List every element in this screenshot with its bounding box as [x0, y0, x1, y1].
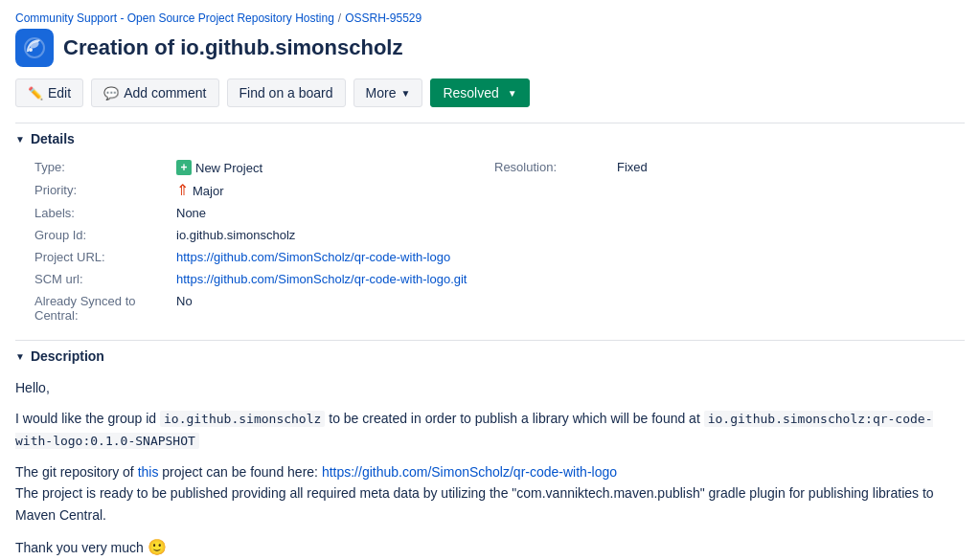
- empty-label-2: [475, 204, 609, 208]
- details-chevron-icon: ▼: [15, 134, 25, 145]
- chevron-down-icon: ▼: [400, 88, 410, 99]
- empty-label-5: [475, 270, 609, 274]
- type-label: Type:: [15, 158, 169, 176]
- empty-value-2: [609, 204, 965, 208]
- find-on-board-button[interactable]: Find on a board: [227, 78, 346, 107]
- scm-url-label: SCM url:: [15, 270, 169, 288]
- resolution-value: Fixed: [609, 158, 965, 176]
- description-chevron-icon: ▼: [15, 351, 25, 362]
- priority-value: ⇑ Major: [169, 181, 475, 200]
- scm-url-link[interactable]: https://github.com/SimonScholz/qr-code-w…: [176, 272, 467, 286]
- description-greeting: Hello,: [15, 377, 965, 398]
- comment-icon: 💬: [103, 86, 119, 101]
- synced-label: Already Synced toCentral:: [15, 292, 169, 325]
- group-id-label: Group Id:: [15, 226, 169, 244]
- empty-label-4: [475, 248, 609, 252]
- description-body: Hello, I would like the group id io.gith…: [15, 370, 965, 560]
- project-url-label: Project URL:: [15, 248, 169, 266]
- breadcrumb-issue-id[interactable]: OSSRH-95529: [345, 11, 422, 25]
- type-value: + New Project: [169, 158, 475, 177]
- project-url-value: https://github.com/SimonScholz/qr-code-w…: [169, 248, 475, 266]
- labels-label: Labels:: [15, 204, 169, 222]
- synced-value: No: [169, 292, 475, 310]
- description-this-link[interactable]: this: [138, 464, 159, 480]
- status-button[interactable]: Resolved ▼: [430, 78, 529, 107]
- project-url-link[interactable]: https://github.com/SimonScholz/qr-code-w…: [176, 250, 450, 264]
- priority-label: Priority:: [15, 181, 169, 199]
- breadcrumb: Community Support - Open Source Project …: [15, 11, 965, 25]
- empty-value-6: [609, 292, 965, 296]
- edit-button[interactable]: ✏️ Edit: [15, 78, 83, 107]
- status-dropdown-icon: ▼: [508, 88, 517, 99]
- details-section-header[interactable]: ▼ Details: [15, 123, 965, 152]
- empty-value-1: [609, 181, 965, 185]
- smile-emoji: 🙂: [148, 539, 167, 555]
- jira-logo-icon: [15, 29, 54, 67]
- details-section-title: Details: [31, 131, 75, 146]
- group-id-value: io.github.simonscholz: [169, 226, 475, 244]
- empty-label-3: [475, 226, 609, 230]
- description-para-2: The git repository of this project can b…: [15, 461, 965, 526]
- empty-value-4: [609, 248, 965, 252]
- toolbar: ✏️ Edit 💬 Add comment Find on a board Mo…: [15, 78, 965, 107]
- more-button[interactable]: More ▼: [353, 78, 423, 107]
- description-section-header[interactable]: ▼ Description: [15, 340, 965, 370]
- edit-icon: ✏️: [28, 86, 43, 101]
- description-section-title: Description: [31, 348, 104, 364]
- details-grid: Type: + New Project Resolution: Fixed Pr…: [15, 152, 965, 336]
- page-title: Creation of io.github.simonscholz: [63, 35, 402, 60]
- add-comment-button[interactable]: 💬 Add comment: [91, 78, 218, 107]
- empty-value-3: [609, 226, 965, 230]
- description-para-1: I would like the group id io.github.simo…: [15, 408, 965, 452]
- new-project-icon: +: [176, 160, 192, 175]
- breadcrumb-project[interactable]: Community Support - Open Source Project …: [15, 11, 334, 25]
- resolution-label: Resolution:: [475, 158, 609, 176]
- labels-value: None: [169, 204, 475, 222]
- empty-label-1: [475, 181, 609, 185]
- priority-icon: ⇑: [176, 183, 189, 198]
- empty-label-6: [475, 292, 609, 296]
- breadcrumb-separator: /: [338, 11, 341, 25]
- description-repo-link[interactable]: https://github.com/SimonScholz/qr-code-w…: [322, 464, 617, 480]
- empty-value-5: [609, 270, 965, 274]
- description-thanks: Thank you very much 🙂: [15, 535, 965, 560]
- scm-url-value: https://github.com/SimonScholz/qr-code-w…: [169, 270, 475, 288]
- svg-point-3: [29, 48, 33, 52]
